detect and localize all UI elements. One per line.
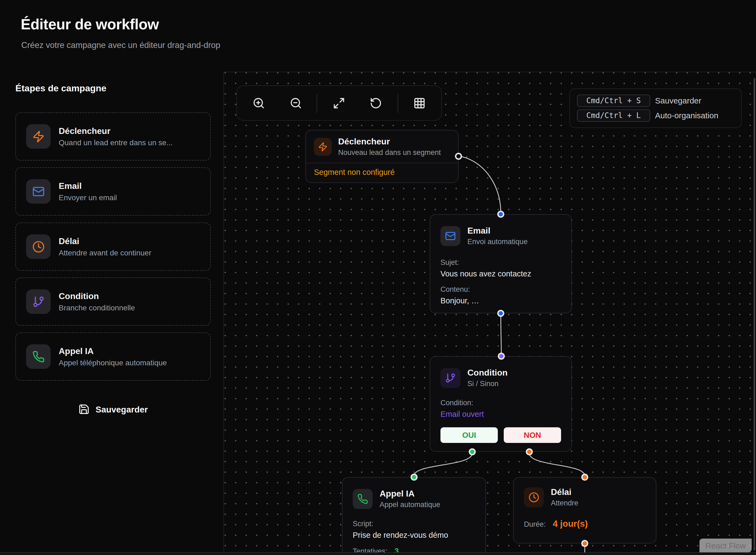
toggle-grid-button[interactable] (413, 97, 426, 110)
sidebar-item-description: Attendre avant de continuer (59, 249, 151, 257)
edge-email-condition (501, 314, 501, 355)
mail-icon (440, 226, 460, 246)
sidebar-item-description: Appel téléphonique automatique (59, 358, 167, 367)
sidebar-item-label: Condition (59, 291, 135, 301)
shortcuts-panel: Cmd/Ctrl + S Sauvegarder Cmd/Ctrl + L Au… (569, 88, 742, 128)
zoom-out-icon (290, 97, 302, 110)
phone-icon (353, 489, 373, 509)
toolbar-separator (317, 94, 317, 113)
node-subtitle: Appel automatique (380, 501, 440, 509)
node-ai-call[interactable]: Appel IA Appel automatique Script: Prise… (342, 477, 486, 555)
edge-condition-yes-aicall (414, 453, 472, 476)
node-title: Délai (551, 487, 578, 497)
canvas-scrollbar[interactable] (754, 78, 755, 551)
handle-email-source[interactable] (497, 310, 504, 317)
zoom-in-button[interactable] (252, 97, 265, 110)
handle-email-target[interactable] (497, 211, 504, 218)
condition-label: Condition: (440, 399, 561, 407)
sidebar-item-label: Email (59, 181, 117, 191)
condition-value: Email ouvert (440, 410, 561, 419)
edge-trigger-email (459, 156, 501, 213)
node-trigger[interactable]: Déclencheur Nouveau lead dans un segment… (305, 130, 459, 183)
shortcut-save-label: Sauvegarder (655, 96, 701, 105)
clock-icon (26, 234, 51, 259)
git-branch-icon (26, 289, 51, 314)
expand-icon (333, 97, 345, 110)
sidebar-item-description: Envoyer un email (59, 194, 117, 202)
node-condition[interactable]: Condition Si / Sinon Condition: Email ou… (430, 356, 572, 452)
zap-icon (26, 124, 51, 149)
node-subtitle: Envoi automatique (467, 238, 528, 246)
save-icon (78, 403, 90, 416)
node-subtitle: Nouveau lead dans un segment (338, 148, 441, 157)
flow-edges (224, 72, 756, 555)
page-title: Éditeur de workflow (21, 16, 159, 33)
script-value: Prise de rendez-vous démo (353, 531, 475, 540)
handle-condition-yes-source[interactable] (469, 448, 476, 455)
handle-trigger-source[interactable] (455, 153, 462, 160)
flow-canvas[interactable]: Cmd/Ctrl + S Sauvegarder Cmd/Ctrl + L Au… (224, 72, 756, 555)
shortcut-autolayout: Cmd/Ctrl + L Auto-organisation (577, 110, 734, 122)
node-title: Appel IA (380, 489, 440, 499)
node-subtitle: Attendre (551, 499, 578, 507)
sidebar-item-label: Appel IA (59, 346, 167, 356)
node-title: Déclencheur (338, 137, 441, 146)
mail-icon (26, 179, 51, 204)
edge-condition-no-delay (529, 453, 585, 476)
duration-value: 4 jour(s) (553, 519, 588, 529)
sidebar-heading: Étapes de campagne (15, 83, 106, 93)
react-flow-attribution[interactable]: React Flow (700, 539, 752, 553)
node-delay[interactable]: Délai Attendre Durée: 4 jour(s) (513, 477, 656, 544)
sidebar-item-ai-call[interactable]: Appel IA Appel téléphonique automatique (15, 333, 211, 381)
shortcut-save-keys: Cmd/Ctrl + S (577, 94, 650, 107)
shortcut-autolayout-label: Auto-organisation (655, 111, 718, 120)
condition-no-button[interactable]: NON (504, 427, 561, 443)
node-subtitle: Si / Sinon (467, 380, 508, 388)
node-title: Condition (467, 368, 508, 378)
clock-icon (524, 487, 544, 507)
reset-view-button[interactable] (370, 97, 382, 110)
handle-delay-source[interactable] (581, 540, 588, 547)
zoom-in-icon (252, 97, 265, 110)
handle-ai-call-target[interactable] (411, 474, 418, 481)
node-title: Email (467, 226, 528, 236)
trigger-warning: Segment non configuré (306, 163, 458, 177)
rotate-ccw-icon (370, 97, 382, 110)
zap-icon (314, 138, 332, 156)
sidebar-item-trigger[interactable]: Déclencheur Quand un lead entre dans un … (15, 112, 211, 161)
handle-condition-target[interactable] (498, 353, 505, 360)
duration-label: Durée: (524, 520, 546, 528)
shortcut-save: Cmd/Ctrl + S Sauvegarder (577, 94, 734, 107)
subject-label: Sujet: (440, 258, 561, 267)
canvas-toolbar (236, 85, 442, 121)
save-button[interactable]: Sauvegarder (15, 398, 211, 421)
save-button-label: Sauvegarder (96, 405, 148, 415)
sidebar-item-label: Délai (59, 236, 151, 246)
node-email[interactable]: Email Envoi automatique Sujet: Vous nous… (430, 214, 572, 313)
phone-icon (26, 344, 51, 369)
workflow-editor-app: Éditeur de workflow Créez votre campagne… (0, 0, 756, 555)
git-branch-icon (440, 368, 460, 388)
subject-value: Vous nous avez contactez (440, 269, 561, 278)
zoom-out-button[interactable] (290, 97, 302, 110)
sidebar-item-description: Quand un lead entre dans un se... (59, 138, 173, 147)
sidebar-item-label: Déclencheur (59, 126, 173, 136)
handle-condition-no-source[interactable] (526, 448, 533, 455)
toolbar-separator (398, 94, 398, 113)
sidebar-item-condition[interactable]: Condition Branche conditionnelle (15, 278, 211, 326)
window-bottom-edge (0, 553, 756, 555)
sidebar-item-delay[interactable]: Délai Attendre avant de continuer (15, 222, 211, 271)
page-subtitle: Créez votre campagne avec un éditeur dra… (21, 40, 220, 50)
sidebar-item-email[interactable]: Email Envoyer un email (15, 167, 211, 216)
content-label: Contenu: (440, 285, 561, 294)
script-label: Script: (353, 520, 475, 528)
sidebar-item-description: Branche conditionnelle (59, 304, 135, 312)
content-value: Bonjour, … (440, 296, 561, 305)
fit-view-button[interactable] (333, 97, 345, 110)
shortcut-autolayout-keys: Cmd/Ctrl + L (577, 110, 650, 122)
handle-delay-target[interactable] (581, 474, 588, 481)
condition-yes-button[interactable]: OUI (440, 427, 498, 443)
grid-icon (413, 97, 426, 110)
